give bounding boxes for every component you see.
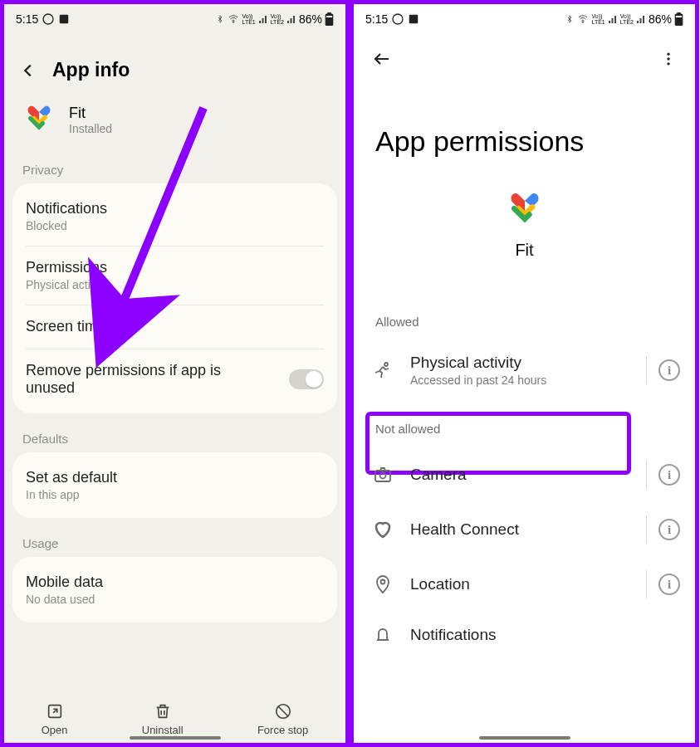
svg-point-15 [667,53,669,56]
separator [646,570,647,598]
more-icon[interactable] [660,51,677,67]
perm-name: Camera [410,466,634,484]
uninstall-button[interactable]: Uninstall [142,702,184,736]
row-title: Screen time [26,318,324,335]
svg-rect-1 [60,15,69,24]
app-status: Installed [69,122,112,135]
trash-icon [154,702,172,720]
row-permissions[interactable]: Permissions Physical activity [12,246,337,305]
info-icon[interactable]: i [658,574,680,595]
signal1-icon [258,14,268,24]
section-defaults: Defaults [4,425,345,452]
lte1-icon: Vo))LTE1 [242,13,256,25]
separator [646,515,647,544]
app-header: Fit [354,191,695,310]
svg-rect-12 [675,14,683,26]
privacy-card: Notifications Blocked Permissions Physic… [12,183,337,413]
svg-point-21 [381,580,385,584]
phone-app-permissions: 5:15 Vo))LTE1 Vo))LTE2 86% App permissio… [350,0,699,747]
row-sub: Physical activity [26,278,324,291]
perm-name: Location [410,575,634,593]
svg-point-2 [233,22,234,23]
signal2-icon [636,14,646,24]
stop-icon [274,702,292,720]
phone-app-info: 5:15 Vo))LTE1 Vo))LTE2 86% App info Fit … [0,0,350,747]
row-title: Notifications [26,200,324,217]
row-remove-permissions[interactable]: Remove permissions if app is unused [12,349,337,410]
back-arrow-icon[interactable] [372,49,392,69]
fit-app-icon [506,191,544,229]
wifi-icon [576,14,590,24]
section-privacy: Privacy [4,156,345,183]
row-title: Permissions [26,259,324,276]
info-icon[interactable]: i [658,464,680,486]
gallery-icon [58,13,70,25]
bluetooth-icon [216,13,224,25]
svg-point-18 [384,363,388,366]
perm-sub: Accessed in past 24 hours [410,374,634,387]
action-label: Open [42,724,68,736]
perm-name: Health Connect [410,520,634,539]
battery-percent: 86% [649,12,672,26]
perm-name: Physical activity [410,354,634,372]
defaults-card: Set as default In this app [12,452,337,518]
row-screen-time[interactable]: Screen time [12,305,337,349]
location-icon [372,574,394,594]
perm-notifications[interactable]: Notifications [354,612,695,645]
page-title: App info [52,59,130,81]
row-mobile-data[interactable]: Mobile data No data used [12,560,337,619]
nav-handle[interactable] [130,736,221,740]
toggle-remove-permissions[interactable] [289,369,324,389]
header [354,34,695,84]
svg-rect-5 [326,16,332,17]
info-icon[interactable]: i [658,359,680,381]
gallery-icon [408,13,419,25]
svg-point-9 [393,14,403,24]
health-icon [372,520,394,540]
lte1-icon: Vo))LTE1 [592,13,605,25]
svg-rect-14 [676,16,682,17]
svg-point-11 [582,22,584,23]
section-usage: Usage [4,530,345,557]
svg-point-0 [43,14,53,24]
whatsapp-icon [42,12,55,26]
svg-point-17 [667,62,669,65]
whatsapp-icon [391,12,404,26]
action-label: Uninstall [142,724,184,736]
row-sub: No data used [26,593,324,606]
page-title: App permissions [354,84,695,191]
status-time: 5:15 [365,12,388,26]
bottom-actions: Open Uninstall Force stop [4,694,345,740]
battery-icon [325,12,334,26]
lte2-icon: Vo))LTE2 [620,13,634,25]
open-button[interactable]: Open [42,702,68,736]
status-bar: 5:15 Vo))LTE1 Vo))LTE2 86% [4,4,345,34]
row-notifications[interactable]: Notifications Blocked [12,187,337,246]
svg-rect-4 [327,12,331,14]
svg-rect-13 [677,12,681,14]
perm-physical-activity[interactable]: Physical activity Accessed in past 24 ho… [354,340,695,400]
svg-rect-3 [326,14,334,26]
row-set-default[interactable]: Set as default In this app [12,456,337,515]
signal2-icon [286,14,296,24]
fit-app-icon [22,103,56,136]
status-time: 5:15 [16,12,38,26]
perm-health-connect[interactable]: Health Connect i [354,502,695,557]
header: App info [4,34,345,96]
row-sub: Blocked [26,219,324,232]
perm-camera[interactable]: Camera i [354,447,695,502]
nav-handle[interactable] [479,736,570,740]
bell-icon [372,625,394,645]
info-icon[interactable]: i [658,519,680,540]
open-icon [46,702,64,720]
activity-icon [372,360,394,380]
svg-point-20 [380,473,386,479]
action-label: Force stop [257,724,308,736]
app-header[interactable]: Fit Installed [4,96,345,156]
force-stop-button[interactable]: Force stop [257,702,308,736]
camera-icon [372,465,394,485]
back-icon[interactable] [19,61,37,80]
row-sub: In this app [26,488,324,501]
perm-location[interactable]: Location i [354,557,695,612]
battery-icon [674,12,683,26]
